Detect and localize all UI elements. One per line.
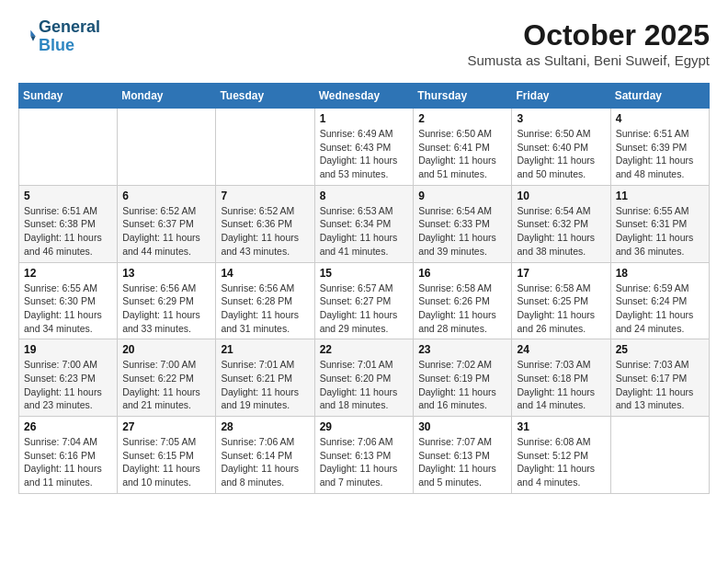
day-info: Sunrise: 6:52 AM Sunset: 6:37 PM Dayligh…	[122, 204, 210, 259]
day-info: Sunrise: 6:50 AM Sunset: 6:41 PM Dayligh…	[418, 127, 506, 181]
calendar-cell: 16Sunrise: 6:58 AM Sunset: 6:26 PM Dayli…	[414, 262, 512, 339]
calendar-cell: 14Sunrise: 6:56 AM Sunset: 6:28 PM Dayli…	[216, 262, 314, 339]
calendar-cell: 19Sunrise: 7:00 AM Sunset: 6:23 PM Dayli…	[19, 339, 118, 417]
day-number: 21	[221, 343, 309, 356]
day-number: 14	[221, 267, 309, 280]
day-info: Sunrise: 6:59 AM Sunset: 6:24 PM Dayligh…	[616, 282, 704, 336]
day-info: Sunrise: 7:01 AM Sunset: 6:21 PM Dayligh…	[221, 358, 309, 412]
day-number: 5	[24, 190, 112, 202]
day-info: Sunrise: 7:00 AM Sunset: 6:22 PM Dayligh…	[122, 358, 210, 412]
calendar-cell: 24Sunrise: 7:03 AM Sunset: 6:18 PM Dayli…	[512, 339, 610, 417]
day-info: Sunrise: 7:06 AM Sunset: 6:13 PM Dayligh…	[320, 435, 409, 489]
day-info: Sunrise: 6:50 AM Sunset: 6:40 PM Dayligh…	[517, 127, 605, 181]
day-number: 19	[24, 343, 112, 356]
day-info: Sunrise: 6:56 AM Sunset: 6:29 PM Dayligh…	[122, 282, 210, 336]
day-info: Sunrise: 6:56 AM Sunset: 6:28 PM Dayligh…	[221, 282, 309, 336]
calendar-cell: 15Sunrise: 6:57 AM Sunset: 6:27 PM Dayli…	[314, 262, 414, 339]
calendar-week-row: 26Sunrise: 7:04 AM Sunset: 6:16 PM Dayli…	[19, 417, 710, 494]
calendar-cell: 26Sunrise: 7:04 AM Sunset: 6:16 PM Dayli…	[19, 417, 118, 494]
weekday-header-monday: Monday	[118, 84, 216, 109]
calendar-cell: 4Sunrise: 6:51 AM Sunset: 6:39 PM Daylig…	[610, 109, 709, 186]
day-info: Sunrise: 7:02 AM Sunset: 6:19 PM Dayligh…	[418, 358, 506, 412]
day-info: Sunrise: 6:55 AM Sunset: 6:31 PM Dayligh…	[616, 204, 704, 259]
weekday-header-saturday: Saturday	[610, 84, 709, 109]
calendar-week-row: 5Sunrise: 6:51 AM Sunset: 6:38 PM Daylig…	[19, 185, 710, 262]
day-number: 7	[221, 190, 309, 202]
calendar-cell: 17Sunrise: 6:58 AM Sunset: 6:25 PM Dayli…	[512, 262, 610, 339]
calendar-cell: 18Sunrise: 6:59 AM Sunset: 6:24 PM Dayli…	[610, 262, 709, 339]
day-number: 2	[418, 112, 506, 125]
svg-marker-0	[30, 29, 35, 36]
day-info: Sunrise: 6:49 AM Sunset: 6:43 PM Dayligh…	[320, 127, 409, 181]
day-info: Sunrise: 7:01 AM Sunset: 6:20 PM Dayligh…	[320, 358, 409, 412]
calendar-cell	[610, 417, 709, 494]
day-number: 20	[122, 343, 210, 356]
day-info: Sunrise: 6:08 AM Sunset: 5:12 PM Dayligh…	[517, 435, 605, 489]
day-number: 22	[320, 343, 409, 356]
day-info: Sunrise: 7:06 AM Sunset: 6:14 PM Dayligh…	[221, 435, 309, 489]
day-info: Sunrise: 7:03 AM Sunset: 6:17 PM Dayligh…	[616, 358, 704, 412]
day-info: Sunrise: 7:05 AM Sunset: 6:15 PM Dayligh…	[122, 435, 210, 489]
weekday-header-sunday: Sunday	[19, 84, 118, 109]
logo: GeneralBlue	[18, 18, 100, 55]
day-number: 27	[122, 420, 210, 433]
day-number: 16	[418, 267, 506, 280]
day-number: 30	[418, 420, 506, 433]
day-info: Sunrise: 6:54 AM Sunset: 6:33 PM Dayligh…	[418, 204, 506, 259]
weekday-header-thursday: Thursday	[414, 84, 512, 109]
day-number: 24	[517, 343, 605, 356]
day-number: 17	[517, 267, 605, 280]
day-number: 31	[517, 420, 605, 433]
calendar-cell: 6Sunrise: 6:52 AM Sunset: 6:37 PM Daylig…	[118, 185, 216, 262]
weekday-header-row: SundayMondayTuesdayWednesdayThursdayFrid…	[19, 84, 710, 109]
weekday-header-friday: Friday	[512, 84, 610, 109]
calendar-cell: 27Sunrise: 7:05 AM Sunset: 6:15 PM Dayli…	[118, 417, 216, 494]
day-info: Sunrise: 6:54 AM Sunset: 6:32 PM Dayligh…	[517, 204, 605, 259]
location-title: Sumusta as Sultani, Beni Suweif, Egypt	[468, 52, 710, 68]
day-number: 9	[418, 190, 506, 202]
calendar-cell	[216, 109, 314, 186]
calendar-cell: 2Sunrise: 6:50 AM Sunset: 6:41 PM Daylig…	[414, 109, 512, 186]
month-title: October 2025	[468, 18, 710, 52]
calendar-cell: 22Sunrise: 7:01 AM Sunset: 6:20 PM Dayli…	[314, 339, 414, 417]
calendar-cell: 9Sunrise: 6:54 AM Sunset: 6:33 PM Daylig…	[414, 185, 512, 262]
day-info: Sunrise: 6:51 AM Sunset: 6:39 PM Dayligh…	[616, 127, 704, 181]
weekday-header-wednesday: Wednesday	[314, 84, 414, 109]
day-number: 1	[320, 112, 409, 125]
day-number: 8	[320, 190, 409, 202]
day-number: 28	[221, 420, 309, 433]
day-info: Sunrise: 6:53 AM Sunset: 6:34 PM Dayligh…	[320, 204, 409, 259]
day-number: 15	[320, 267, 409, 280]
calendar-cell: 11Sunrise: 6:55 AM Sunset: 6:31 PM Dayli…	[610, 185, 709, 262]
title-section: October 2025 Sumusta as Sultani, Beni Su…	[468, 18, 710, 68]
day-number: 6	[122, 190, 210, 202]
calendar-cell: 13Sunrise: 6:56 AM Sunset: 6:29 PM Dayli…	[118, 262, 216, 339]
weekday-header-tuesday: Tuesday	[216, 84, 314, 109]
logo-icon	[18, 28, 37, 46]
calendar-cell	[118, 109, 216, 186]
calendar-cell: 10Sunrise: 6:54 AM Sunset: 6:32 PM Dayli…	[512, 185, 610, 262]
day-info: Sunrise: 7:07 AM Sunset: 6:13 PM Dayligh…	[418, 435, 506, 489]
day-info: Sunrise: 6:57 AM Sunset: 6:27 PM Dayligh…	[320, 282, 409, 336]
calendar-cell	[19, 109, 118, 186]
calendar-cell: 23Sunrise: 7:02 AM Sunset: 6:19 PM Dayli…	[414, 339, 512, 417]
calendar-cell: 1Sunrise: 6:49 AM Sunset: 6:43 PM Daylig…	[314, 109, 414, 186]
day-info: Sunrise: 6:52 AM Sunset: 6:36 PM Dayligh…	[221, 204, 309, 259]
calendar-cell: 28Sunrise: 7:06 AM Sunset: 6:14 PM Dayli…	[216, 417, 314, 494]
calendar-week-row: 12Sunrise: 6:55 AM Sunset: 6:30 PM Dayli…	[19, 262, 710, 339]
calendar-week-row: 1Sunrise: 6:49 AM Sunset: 6:43 PM Daylig…	[19, 109, 710, 186]
day-number: 23	[418, 343, 506, 356]
calendar-cell: 7Sunrise: 6:52 AM Sunset: 6:36 PM Daylig…	[216, 185, 314, 262]
day-number: 18	[616, 267, 704, 280]
day-number: 29	[320, 420, 409, 433]
day-number: 4	[616, 112, 704, 125]
day-info: Sunrise: 6:51 AM Sunset: 6:38 PM Dayligh…	[24, 204, 112, 259]
day-info: Sunrise: 6:58 AM Sunset: 6:26 PM Dayligh…	[418, 282, 506, 336]
day-number: 13	[122, 267, 210, 280]
day-number: 26	[24, 420, 112, 433]
calendar-cell: 3Sunrise: 6:50 AM Sunset: 6:40 PM Daylig…	[512, 109, 610, 186]
calendar-cell: 25Sunrise: 7:03 AM Sunset: 6:17 PM Dayli…	[610, 339, 709, 417]
calendar-cell: 31Sunrise: 6:08 AM Sunset: 5:12 PM Dayli…	[512, 417, 610, 494]
calendar-cell: 30Sunrise: 7:07 AM Sunset: 6:13 PM Dayli…	[414, 417, 512, 494]
day-info: Sunrise: 7:04 AM Sunset: 6:16 PM Dayligh…	[24, 435, 112, 489]
